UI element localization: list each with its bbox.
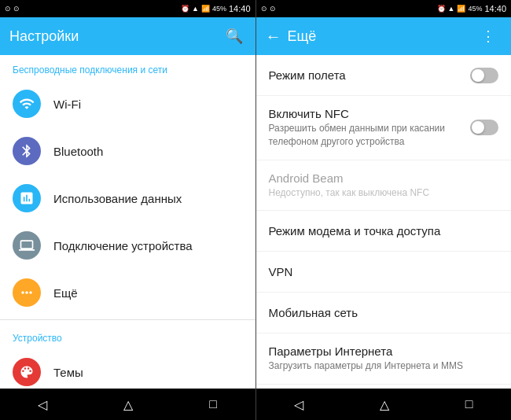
more-title: Ещё — [53, 286, 243, 300]
internet-text: Параметры Интернета Загрузить параметры … — [269, 344, 499, 373]
hotspot-text: Режим модема и точка доступа — [269, 224, 499, 238]
data-text: Использование данных — [53, 192, 243, 205]
right-panel: ⊙ ⊙ ⏰ ▲ 📶 45% 14:40 ← Ещё ⋮ Режим полета — [256, 0, 512, 420]
signal-icon: ⊙ — [13, 5, 20, 13]
bluetooth-icon — [13, 137, 41, 165]
right-notification-icon: ⊙ — [261, 5, 267, 13]
nfc-subtitle: Разрешить обмен данными при касании теле… — [269, 122, 471, 149]
themes-icon — [13, 358, 41, 386]
nfc-toggle-wrap[interactable] — [470, 120, 498, 135]
right-status-left: ⊙ ⊙ — [261, 5, 276, 13]
internet-title: Параметры Интернета — [269, 344, 499, 358]
left-app-bar: Настройки 🔍 — [0, 17, 256, 55]
connect-title: Подключение устройства — [53, 239, 243, 252]
right-item-hotspot[interactable]: Режим модема и точка доступа — [256, 211, 512, 252]
right-item-airplane[interactable]: Режим полета — [256, 55, 512, 96]
time-right: 14:40 — [484, 4, 506, 13]
nfc-title: Включить NFC — [269, 107, 471, 120]
right-alarm-icon: ⏰ — [437, 5, 446, 13]
beam-text: Android Beam Недоступно, так как выключе… — [269, 171, 499, 200]
themes-title: Темы — [53, 366, 243, 379]
bluetooth-text: Bluetooth — [53, 145, 243, 158]
wifi-icon — [13, 90, 41, 118]
vpn-title: VPN — [269, 265, 499, 278]
right-content: Режим полета Включить NFC Разрешить обме… — [256, 55, 512, 389]
right-signal-icon: ⊙ — [270, 5, 276, 13]
right-item-mobile[interactable]: Мобильная сеть — [256, 293, 512, 333]
airplane-title: Режим полета — [269, 68, 471, 82]
nfc-toggle[interactable] — [470, 120, 498, 135]
internet-subtitle: Загрузить параметры для Интернета и MMS — [269, 359, 499, 373]
left-nav-bar: ◁ △ □ — [0, 389, 256, 420]
settings-item-data[interactable]: Использование данных — [0, 175, 256, 222]
settings-item-bluetooth[interactable]: Bluetooth — [0, 127, 256, 175]
right-item-beam: Android Beam Недоступно, так как выключе… — [256, 160, 512, 212]
section-divider — [0, 319, 256, 320]
data-title: Использование данных — [53, 192, 243, 205]
right-app-title: Ещё — [288, 28, 476, 45]
vpn-text: VPN — [269, 265, 499, 278]
right-wifi-icon: ▲ — [448, 5, 455, 13]
settings-item-more[interactable]: Ещё — [0, 269, 256, 316]
right-app-bar: ← Ещё ⋮ — [256, 17, 512, 55]
left-panel: ⊙ ⊙ ⏰ ▲ 📶 45% 14:40 Настройки 🔍 Беспрово… — [0, 0, 256, 420]
connect-text: Подключение устройства — [53, 239, 243, 252]
settings-item-wifi[interactable]: Wi-Fi — [0, 80, 256, 127]
status-left-icons: ⊙ ⊙ — [5, 5, 20, 13]
airplane-text: Режим полета — [269, 68, 471, 82]
recent-button-left[interactable]: □ — [193, 391, 233, 418]
section-wireless-header: Беспроводные подключения и сети — [0, 55, 256, 80]
right-item-internet[interactable]: Параметры Интернета Загрузить параметры … — [256, 333, 512, 385]
left-app-title: Настройки — [9, 28, 222, 45]
left-content: Беспроводные подключения и сети Wi-Fi Bl… — [0, 55, 256, 389]
beam-subtitle: Недоступно, так как выключена NFC — [269, 186, 499, 200]
recent-button-right[interactable]: □ — [450, 391, 489, 418]
bluetooth-title: Bluetooth — [53, 145, 243, 158]
right-status-right: ⏰ ▲ 📶 45% 14:40 — [437, 4, 506, 13]
notification-icon: ⊙ — [5, 5, 11, 13]
back-button-left[interactable]: ◁ — [22, 391, 63, 418]
more-text: Ещё — [53, 286, 243, 300]
back-icon[interactable]: ← — [266, 28, 281, 46]
wifi-text: Wi-Fi — [53, 98, 243, 111]
wifi-title: Wi-Fi — [53, 98, 243, 111]
right-signal-bars-icon: 📶 — [457, 5, 465, 13]
home-button-right[interactable]: △ — [364, 391, 405, 418]
mobile-text: Мобильная сеть — [269, 306, 499, 319]
hotspot-title: Режим модема и точка доступа — [269, 224, 499, 238]
data-icon — [13, 184, 41, 212]
right-nav-bar: ◁ △ □ — [256, 389, 512, 420]
airplane-toggle[interactable] — [470, 68, 498, 83]
beam-title: Android Beam — [269, 171, 499, 185]
alarm-icon: ⏰ — [181, 5, 189, 13]
more-icon — [13, 278, 41, 307]
nfc-text: Включить NFC Разрешить обмен данными при… — [269, 107, 471, 149]
back-button-right[interactable]: ◁ — [278, 391, 319, 418]
left-status-bar: ⊙ ⊙ ⏰ ▲ 📶 45% 14:40 — [0, 0, 256, 17]
airplane-toggle-wrap[interactable] — [470, 68, 498, 83]
battery-left: 45% — [212, 5, 226, 13]
settings-item-themes[interactable]: Темы — [0, 348, 256, 389]
right-status-bar: ⊙ ⊙ ⏰ ▲ 📶 45% 14:40 — [256, 0, 512, 17]
right-item-nfc[interactable]: Включить NFC Разрешить обмен данными при… — [256, 96, 512, 160]
right-item-vpn[interactable]: VPN — [256, 252, 512, 293]
connect-icon — [13, 231, 41, 260]
home-button-left[interactable]: △ — [108, 391, 149, 418]
settings-item-connect[interactable]: Подключение устройства — [0, 222, 256, 269]
section-device-header: Устройство — [0, 323, 256, 348]
wifi-status-icon: ▲ — [192, 5, 199, 13]
time-left: 14:40 — [229, 4, 251, 13]
more-options-icon[interactable]: ⋮ — [475, 24, 502, 48]
themes-text: Темы — [53, 366, 243, 379]
signal-bars-icon: 📶 — [201, 5, 210, 13]
status-right-icons: ⏰ ▲ 📶 45% 14:40 — [181, 4, 250, 13]
battery-right: 45% — [468, 5, 482, 13]
mobile-title: Мобильная сеть — [269, 306, 499, 319]
search-icon[interactable]: 🔍 — [222, 24, 246, 48]
